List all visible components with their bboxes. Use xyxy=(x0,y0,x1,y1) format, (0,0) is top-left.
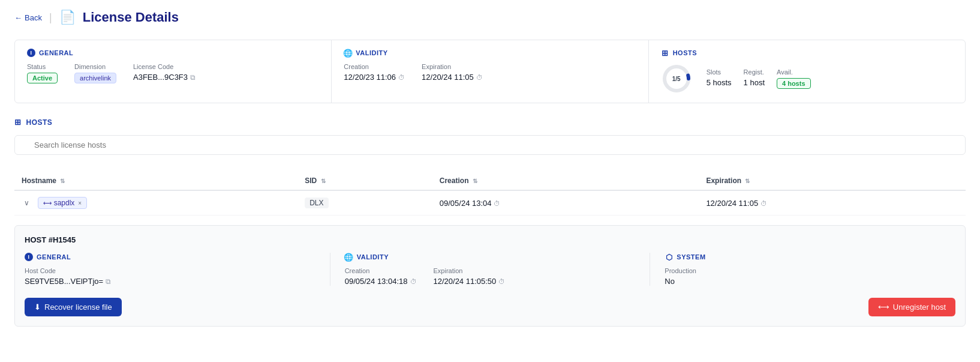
host-creation-value: 09/05/24 13:04:18 ⏱ xyxy=(345,277,417,286)
avail-badge: 4 hosts xyxy=(777,78,811,89)
arrow-left-icon: ← xyxy=(14,13,22,22)
host-code-label: Host Code xyxy=(25,267,111,274)
copy-icon[interactable]: ⧉ xyxy=(190,73,196,82)
dimension-label: Dimension xyxy=(74,63,116,70)
validity-fields: Creation 12/20/23 11:06 ⏱ Expiration 12/… xyxy=(344,63,636,82)
clock-icon-row: ⏱ xyxy=(494,200,500,207)
host-expiration-label: Expiration xyxy=(434,267,506,274)
creation-label: Creation xyxy=(344,63,405,70)
sid-badge: DLX xyxy=(305,198,328,208)
production-label: Production xyxy=(665,267,696,274)
host-code-field: Host Code SE9TVE5B...VElPTjo= ⧉ xyxy=(25,267,111,286)
license-code-field: License Code A3FEB...9C3F3 ⧉ xyxy=(133,63,196,82)
host-detail-section: HOST #H1545 i GENERAL Host Code SE9TVE5B… xyxy=(14,225,966,327)
info-icon: i xyxy=(27,49,35,57)
host-expiration-field: Expiration 12/20/24 11:05:50 ⏱ xyxy=(434,267,506,286)
slots-value: 5 hosts xyxy=(707,78,732,87)
host-tag: ⟷ sapdlx × xyxy=(38,197,88,209)
page-title: 📄 License Details xyxy=(59,10,179,25)
col-hostname: Hostname ⇅ xyxy=(14,172,297,190)
table-header-row: Hostname ⇅ SID ⇅ Creation ⇅ Expiration ⇅ xyxy=(14,172,966,190)
creation-field: Creation 12/20/23 11:06 ⏱ xyxy=(344,63,405,82)
hostname-cell: ∨ ⟷ sapdlx × xyxy=(14,190,297,216)
hosts-section-header: ⊞ HOSTS xyxy=(14,118,966,127)
host-expiration-value: 12/20/24 11:05:50 ⏱ xyxy=(434,277,506,286)
regist-field: Regist. 1 host xyxy=(744,68,765,89)
host-validity-panel: 🌐 VALIDITY Creation 09/05/24 13:04:18 ⏱ … xyxy=(345,253,651,286)
regist-label: Regist. xyxy=(744,68,765,76)
expiration-field: Expiration 12/20/24 11:05 ⏱ xyxy=(422,63,483,82)
status-field: Status Active xyxy=(27,63,58,83)
status-label: Status xyxy=(27,63,58,70)
detail-panels: i GENERAL Host Code SE9TVE5B...VElPTjo= … xyxy=(25,253,955,286)
download-icon: ⬇ xyxy=(34,303,41,312)
validity-panel: 🌐 VALIDITY Creation 12/20/23 11:06 ⏱ Exp… xyxy=(332,40,648,103)
action-bar: ⬇ Recover license file ⟷ Unregister host xyxy=(25,298,955,316)
sort-icon-expiration[interactable]: ⇅ xyxy=(745,178,750,184)
table-row: ∨ ⟷ sapdlx × DLX 09/05/24 13:04 ⏱ 12/20/… xyxy=(14,190,966,216)
slots-label: Slots xyxy=(707,68,732,76)
col-creation: Creation ⇅ xyxy=(432,172,699,190)
hosts-panel-title: ⊞ HOSTS xyxy=(661,49,953,57)
expiration-cell: 12/20/24 11:05 ⏱ xyxy=(699,190,966,216)
production-field: Production No xyxy=(665,267,696,286)
dimension-value: archivelink xyxy=(74,73,116,83)
remove-tag-button[interactable]: × xyxy=(78,200,82,207)
general-panel: i GENERAL Status Active Dimension archiv… xyxy=(15,40,332,103)
expiration-label: Expiration xyxy=(422,63,483,70)
host-general-title: i GENERAL xyxy=(25,253,315,261)
expand-button[interactable]: ∨ xyxy=(22,198,32,208)
dimension-badge: archivelink xyxy=(74,73,116,83)
regist-value: 1 host xyxy=(744,78,765,87)
document-icon: 📄 xyxy=(59,10,76,25)
recover-license-button[interactable]: ⬇ Recover license file xyxy=(25,298,122,316)
sort-icon-creation[interactable]: ⇅ xyxy=(473,178,477,184)
unlink-icon: ⟷ xyxy=(878,303,889,312)
search-input[interactable] xyxy=(14,135,966,155)
host-system-fields: Production No xyxy=(665,267,955,286)
clock-icon-row-exp: ⏱ xyxy=(760,200,767,207)
dimension-field: Dimension archivelink xyxy=(74,63,116,83)
host-detail-title: HOST #H1545 xyxy=(25,235,955,244)
hosts-fields: Slots 5 hosts Regist. 1 host Avail. 4 ho… xyxy=(707,68,811,89)
license-code-label: License Code xyxy=(133,63,196,70)
col-expiration: Expiration ⇅ xyxy=(699,172,966,190)
expiration-value: 12/20/24 11:05 ⏱ xyxy=(422,73,483,82)
avail-value: 4 hosts xyxy=(777,78,811,89)
sort-icon-sid[interactable]: ⇅ xyxy=(321,178,326,184)
info-icon-detail: i xyxy=(25,253,33,261)
unregister-host-button[interactable]: ⟷ Unregister host xyxy=(868,298,955,316)
host-creation-field: Creation 09/05/24 13:04:18 ⏱ xyxy=(345,267,417,286)
page-header: ← Back | 📄 License Details xyxy=(14,10,966,25)
info-panels: i GENERAL Status Active Dimension archiv… xyxy=(14,40,966,103)
license-code-value: A3FEB...9C3F3 ⧉ xyxy=(133,73,196,82)
host-system-title: ⬡ SYSTEM xyxy=(665,253,955,261)
general-panel-title: i GENERAL xyxy=(27,49,319,57)
clock-icon: ⏱ xyxy=(398,74,405,81)
col-sid: SID ⇅ xyxy=(297,172,432,190)
sort-icon-hostname[interactable]: ⇅ xyxy=(60,178,65,184)
host-general-fields: Host Code SE9TVE5B...VElPTjo= ⧉ xyxy=(25,267,315,286)
host-general-panel: i GENERAL Host Code SE9TVE5B...VElPTjo= … xyxy=(25,253,330,286)
back-button[interactable]: ← Back xyxy=(14,13,42,22)
host-validity-fields: Creation 09/05/24 13:04:18 ⏱ Expiration … xyxy=(345,267,636,286)
donut-chart: 1/5 xyxy=(661,63,692,94)
hosts-grid-icon: ⊞ xyxy=(14,118,22,127)
clock-icon-host-creation: ⏱ xyxy=(410,278,417,285)
validity-panel-title: 🌐 VALIDITY xyxy=(344,49,636,57)
general-fields: Status Active Dimension archivelink Lice… xyxy=(27,63,319,83)
hosts-summary: 1/5 Slots 5 hosts Regist. 1 host Avail. … xyxy=(661,63,953,94)
avail-field: Avail. 4 hosts xyxy=(777,68,811,89)
avail-label: Avail. xyxy=(777,68,811,76)
hosts-summary-panel: ⊞ HOSTS 1/5 Slots 5 hosts Regist. 1 host xyxy=(649,40,965,103)
host-system-panel: ⬡ SYSTEM Production No xyxy=(665,253,955,286)
creation-cell: 09/05/24 13:04 ⏱ xyxy=(432,190,699,216)
link-icon: ⟷ xyxy=(43,200,52,207)
hosts-section: ⊞ HOSTS 🔍 Hostname ⇅ SID ⇅ Creation ⇅ xyxy=(14,118,966,327)
globe-icon: 🌐 xyxy=(344,49,352,57)
copy-icon-host[interactable]: ⧉ xyxy=(106,277,111,286)
production-value: No xyxy=(665,277,696,286)
header-divider: | xyxy=(49,11,52,24)
status-badge: Active xyxy=(27,73,58,83)
host-creation-label: Creation xyxy=(345,267,417,274)
